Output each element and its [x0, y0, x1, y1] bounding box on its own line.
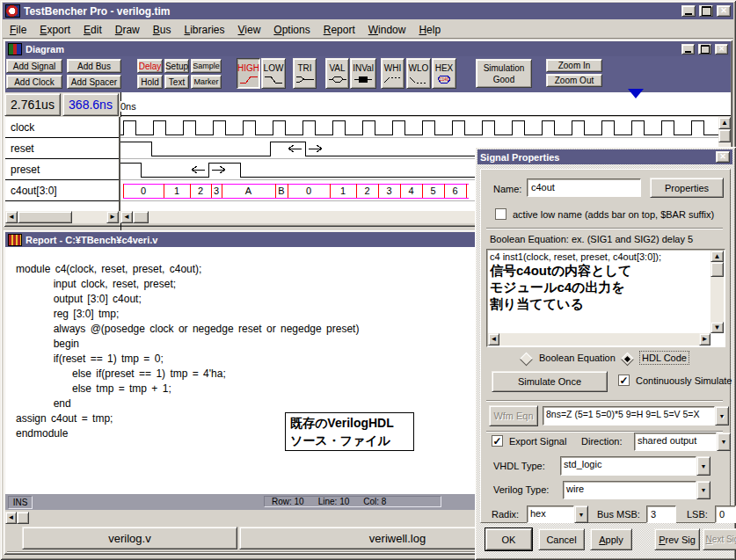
boolean-equation-radio[interactable]	[520, 353, 534, 367]
state-button-inval[interactable]: INVal	[350, 58, 376, 89]
direction-value: shared output	[634, 433, 717, 451]
diagram-minimize-button[interactable]	[681, 44, 695, 55]
zoom-in-button[interactable]: Zoom In	[546, 59, 602, 72]
properties-button[interactable]: Properties	[650, 178, 724, 198]
status-line: Line: 10	[318, 497, 350, 506]
menu-draw[interactable]: Draw	[115, 24, 140, 36]
hdl-jp-line2: モジュールc4の出力を	[490, 279, 710, 295]
scroll-right-icon[interactable]: ►	[106, 211, 119, 223]
scroll-left-icon[interactable]: ◄	[5, 512, 17, 524]
state-button-low[interactable]: LOW	[261, 58, 286, 89]
val-wave-icon	[328, 74, 347, 84]
menu-edit[interactable]: Edit	[84, 24, 102, 36]
menu-bus[interactable]: Bus	[153, 24, 171, 36]
low-wave-icon	[264, 74, 283, 84]
export-signal-checkbox[interactable]: ✓	[492, 435, 503, 447]
inval-wave-icon	[353, 74, 373, 84]
vhdl-type-label: VHDL Type:	[493, 461, 545, 471]
tab-verilog-v[interactable]: verilog.v	[22, 527, 237, 549]
signal-name-c4out30[interactable]: c4out[3:0]	[5, 180, 119, 201]
vscroll-thumb[interactable]	[710, 262, 724, 277]
hscroll-thumb[interactable]	[17, 512, 29, 524]
state-button-high[interactable]: HIGH	[237, 58, 260, 89]
menu-export[interactable]: Export	[40, 24, 70, 36]
signal-name-clock[interactable]: clock	[5, 117, 119, 138]
signal-name-reset[interactable]: reset	[5, 138, 119, 159]
hdl-code-radio-label[interactable]: HDL Code	[640, 352, 689, 364]
menu-options[interactable]: Options	[273, 24, 310, 36]
bus-msb-input[interactable]: 3	[646, 505, 676, 523]
signal-name-preset[interactable]: preset	[5, 159, 119, 180]
wfm-eqn-combo: 8ns=Z (5=1 5=0)*5 9=H 9=L 5=V 5=X ▼	[543, 406, 729, 425]
verilog-type-combo[interactable]: wire ▼	[563, 481, 710, 499]
state-button-tri[interactable]: TRI	[293, 58, 317, 89]
dropdown-arrow-icon[interactable]: ▼	[574, 505, 588, 523]
hscroll-thumb[interactable]	[133, 211, 149, 223]
close-button[interactable]: ✕	[717, 5, 731, 17]
textarea-hscrollbar[interactable]: ◄ ►	[488, 333, 710, 345]
lsb-input[interactable]: 0	[715, 505, 736, 523]
ok-button[interactable]: OK	[485, 528, 532, 550]
boolean-equation-radio-label[interactable]: Boolean Equation	[539, 353, 616, 363]
diagram-maximize-button[interactable]	[698, 44, 711, 55]
diagram-close-button[interactable]: ✕	[715, 44, 728, 55]
dropdown-arrow-icon[interactable]: ▼	[696, 481, 710, 499]
vscroll-thumb[interactable]	[718, 129, 731, 142]
hdl-code-radio[interactable]	[621, 353, 635, 367]
active-low-checkbox[interactable]	[495, 208, 506, 220]
verilog-type-label: Verilog Type:	[493, 484, 549, 495]
cancel-button[interactable]: Cancel	[538, 528, 585, 550]
state-button-label: HEX	[435, 63, 454, 73]
scroll-left-icon[interactable]: ◄	[5, 211, 18, 223]
continuously-simulate-label: Continuously Simulate	[636, 375, 732, 386]
state-button-val[interactable]: VAL	[325, 58, 349, 89]
active-low-label: active low name (adds bar on top, $BAR s…	[513, 209, 714, 220]
hscroll-thumb[interactable]	[18, 211, 72, 223]
prev-sig-button[interactable]: Prev Sig	[654, 528, 700, 550]
report-icon	[8, 234, 22, 246]
menu-report[interactable]: Report	[324, 24, 355, 36]
cursor-time-readout: 368.6ns	[62, 93, 119, 116]
state-button-label: HIGH	[237, 63, 259, 73]
menu-file[interactable]: File	[10, 24, 26, 36]
scroll-left-icon[interactable]: ◄	[488, 333, 499, 345]
name-hscrollbar[interactable]: ◄ ►	[5, 211, 119, 223]
scroll-down-icon[interactable]: ▼	[710, 322, 724, 333]
time-marker-icon[interactable]	[628, 89, 644, 98]
signal-name-rows: clockresetpresetc4out[3:0]	[5, 117, 119, 201]
state-button-whi[interactable]: WHI	[381, 58, 404, 89]
zoom-out-button[interactable]: Zoom Out	[546, 74, 602, 87]
state-button-hex[interactable]: HEXC140	[432, 58, 456, 89]
direction-combo[interactable]: shared output ▼	[634, 433, 731, 451]
scroll-left-icon[interactable]: ◄	[120, 211, 133, 223]
menu-libraries[interactable]: Libraries	[184, 24, 224, 36]
continuously-simulate-checkbox[interactable]: ✓	[618, 375, 630, 386]
name-input[interactable]: c4out	[527, 178, 641, 197]
dialog-title: Signal Properties	[480, 152, 559, 163]
dropdown-arrow-icon[interactable]: ▼	[696, 456, 710, 476]
state-button-label: TRI	[297, 63, 311, 73]
scroll-up-icon[interactable]: ▲	[710, 251, 724, 262]
vhdl-type-combo[interactable]: std_logic ▼	[560, 456, 710, 476]
dropdown-arrow-icon[interactable]: ▼	[717, 433, 731, 451]
close-icon: ✕	[718, 46, 725, 53]
menu-window[interactable]: Window	[368, 24, 406, 36]
radix-combo[interactable]: hex ▼	[527, 505, 588, 523]
menu-help[interactable]: Help	[419, 24, 441, 36]
wave-row-clock[interactable]	[120, 117, 718, 138]
scroll-up-icon[interactable]: ▲	[718, 117, 731, 129]
hdl-code-textarea[interactable]: c4 inst1(clock, reset, preset, c4out[3:0…	[486, 249, 725, 347]
scroll-right-icon[interactable]: ►	[699, 333, 710, 345]
apply-button[interactable]: Apply	[590, 528, 632, 550]
simulate-once-button[interactable]: Simulate Once	[492, 371, 608, 392]
minimize-button[interactable]	[681, 5, 696, 17]
svg-text:2: 2	[198, 185, 203, 196]
svg-text:2: 2	[364, 185, 369, 196]
dialog-close-button[interactable]: ✕	[716, 151, 730, 163]
svg-text:3: 3	[386, 185, 391, 196]
maximize-button[interactable]	[699, 5, 713, 17]
state-button-wlo[interactable]: WLO	[406, 58, 431, 89]
textarea-vscrollbar[interactable]: ▲ ▼	[710, 251, 724, 333]
menu-view[interactable]: View	[238, 24, 261, 36]
vhdl-type-value: std_logic	[560, 456, 696, 476]
